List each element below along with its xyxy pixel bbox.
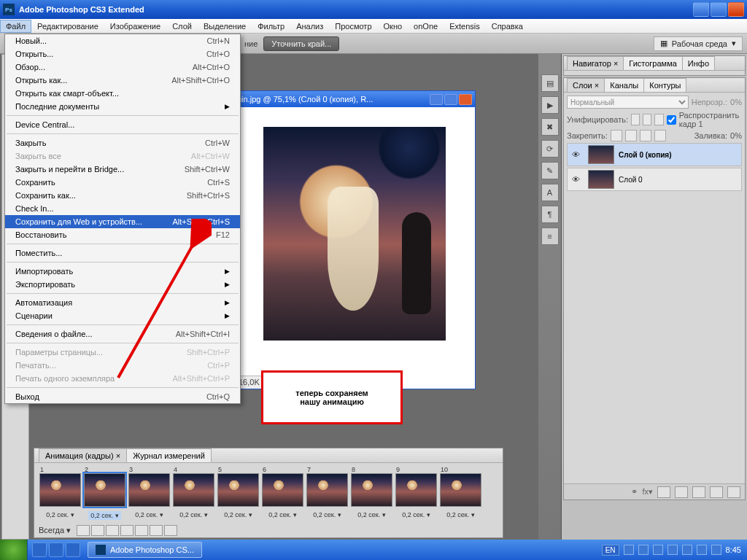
animation-frame[interactable]: 100,2 сек. ▾ <box>439 466 482 520</box>
menu-изображение[interactable]: Изображение <box>104 20 166 33</box>
unify-style-icon[interactable] <box>654 114 663 125</box>
dock-icon[interactable]: ¶ <box>541 206 559 223</box>
layer-mask-icon[interactable] <box>657 486 670 498</box>
new-frame-button[interactable] <box>150 525 163 536</box>
layer-row[interactable]: 👁Слой 0 <box>567 168 742 191</box>
tray-icon[interactable] <box>653 545 663 555</box>
animation-frame[interactable]: 70,2 сек. ▾ <box>306 466 349 520</box>
lock-pixels-icon[interactable] <box>625 130 637 141</box>
menu-фильтр[interactable]: Фильтр <box>252 20 290 33</box>
propagate-checkbox[interactable] <box>667 115 676 125</box>
delete-frame-button[interactable] <box>164 525 177 536</box>
tab-paths[interactable]: Контуры <box>643 78 686 92</box>
menu-item[interactable]: Автоматизация▶ <box>5 296 240 309</box>
menu-item[interactable]: ВыходCtrl+Q <box>5 390 240 403</box>
tray-icon[interactable] <box>638 545 649 555</box>
dock-icon[interactable]: ▶ <box>541 96 559 114</box>
dock-icon[interactable]: ≡ <box>541 228 559 245</box>
dock-icon[interactable]: ⟳ <box>541 140 559 158</box>
animation-frame[interactable]: 80,2 сек. ▾ <box>350 466 393 520</box>
blend-mode-select[interactable]: Нормальный <box>567 96 689 109</box>
menu-item[interactable]: Поместить... <box>5 246 240 260</box>
tab-layers[interactable]: Слои × <box>567 78 605 92</box>
menu-item[interactable]: Экспортировать▶ <box>5 278 240 291</box>
tray-icon[interactable] <box>682 545 692 555</box>
lock-position-icon[interactable] <box>640 130 651 141</box>
menu-анализ[interactable]: Анализ <box>290 20 329 33</box>
unify-position-icon[interactable] <box>631 114 640 125</box>
doc-close-button[interactable] <box>459 94 472 105</box>
menu-item[interactable]: Сведения о файле...Alt+Shift+Ctrl+I <box>5 327 240 341</box>
menu-item[interactable]: Последние документы▶ <box>5 100 240 113</box>
prev-frame-button[interactable] <box>91 525 104 536</box>
menu-item[interactable]: Закрыть и перейти в Bridge...Shift+Ctrl+… <box>5 163 240 176</box>
document-titlebar[interactable]: uin.jpg @ 75,1% (Слой 0 (копия), R... <box>234 91 475 107</box>
visibility-eye-icon[interactable]: 👁 <box>568 150 584 159</box>
tray-icon[interactable] <box>624 545 634 555</box>
menu-item[interactable]: ВосстановитьF12 <box>5 228 240 241</box>
menu-слой[interactable]: Слой <box>166 20 198 33</box>
menu-item[interactable]: Импортировать▶ <box>5 265 240 278</box>
menu-редактирование[interactable]: Редактирование <box>31 20 104 33</box>
visibility-eye-icon[interactable]: 👁 <box>568 175 584 184</box>
menu-item[interactable]: Новый...Ctrl+N <box>5 34 240 47</box>
menu-extensis[interactable]: Extensis <box>444 20 486 33</box>
unify-visibility-icon[interactable] <box>643 114 651 125</box>
menu-item[interactable]: Сохранить для Web и устройств...Alt+Shif… <box>5 215 240 228</box>
animation-frame[interactable]: 20,2 сек. ▾ <box>83 466 126 520</box>
lock-all-icon[interactable] <box>654 130 666 141</box>
tray-icon[interactable] <box>667 545 678 555</box>
loop-selector[interactable]: Всегда ▾ <box>39 526 71 535</box>
menu-item[interactable]: Открыть как смарт-объект... <box>5 87 240 100</box>
link-layers-icon[interactable]: ⚭ <box>631 487 638 497</box>
document-canvas[interactable] <box>244 107 465 359</box>
group-icon[interactable] <box>692 486 705 498</box>
workspace-selector[interactable]: ▦ Рабочая среда ▾ <box>654 36 743 51</box>
tween-button[interactable] <box>135 525 148 536</box>
trash-icon[interactable] <box>727 486 740 498</box>
layer-fx-icon[interactable]: fx▾ <box>642 487 653 497</box>
menu-item[interactable]: Check In... <box>5 202 240 215</box>
animation-frame[interactable]: 30,2 сек. ▾ <box>128 466 171 520</box>
opacity-value[interactable]: 0% <box>730 98 742 106</box>
animation-frame[interactable]: 60,2 сек. ▾ <box>261 466 304 520</box>
menubar[interactable]: ФайлРедактированиеИзображениеСлойВыделен… <box>0 19 747 34</box>
menu-окно[interactable]: Окно <box>378 20 409 33</box>
menu-просмотр[interactable]: Просмотр <box>329 20 377 33</box>
dock-icon[interactable]: ✎ <box>541 162 559 179</box>
menu-onone[interactable]: onOne <box>408 20 444 33</box>
dock-icon[interactable]: ▤ <box>541 74 559 92</box>
menu-item[interactable]: СохранитьCtrl+S <box>5 176 240 189</box>
tab-histogram[interactable]: Гистограмма <box>623 56 683 70</box>
menu-item[interactable]: Открыть...Ctrl+O <box>5 47 240 61</box>
menu-выделение[interactable]: Выделение <box>198 20 252 33</box>
tab-channels[interactable]: Каналы <box>604 78 644 92</box>
tab-info[interactable]: Инфо <box>682 56 715 70</box>
tab-animation[interactable]: Анимация (кадры) × <box>39 448 127 462</box>
window-maximize-button[interactable] <box>711 2 727 17</box>
menu-item[interactable]: ЗакрытьCtrl+W <box>5 136 240 149</box>
adjustment-layer-icon[interactable] <box>675 486 688 498</box>
tab-navigator[interactable]: Навигатор × <box>567 56 624 70</box>
menu-item[interactable]: Сохранить как...Shift+Ctrl+S <box>5 189 240 202</box>
animation-frame[interactable]: 50,2 сек. ▾ <box>217 466 260 520</box>
dock-icon[interactable]: ✖ <box>541 118 559 136</box>
play-button[interactable] <box>106 525 119 536</box>
next-frame-button[interactable] <box>120 525 133 536</box>
menu-файл[interactable]: Файл <box>0 20 31 33</box>
animation-frame[interactable]: 90,2 сек. ▾ <box>395 466 438 520</box>
quicklaunch-icon[interactable] <box>49 542 63 557</box>
menu-item[interactable]: Обзор...Alt+Ctrl+O <box>5 61 240 74</box>
dock-icon[interactable]: A <box>541 184 559 201</box>
menu-item[interactable]: Сценарии▶ <box>5 309 240 322</box>
quicklaunch-icon[interactable] <box>66 542 80 557</box>
window-minimize-button[interactable] <box>693 2 709 17</box>
lock-transparent-icon[interactable] <box>611 130 622 141</box>
tab-measurement-log[interactable]: Журнал измерений <box>126 448 212 462</box>
menu-справка[interactable]: Справка <box>486 20 529 33</box>
tray-icon[interactable] <box>697 545 707 555</box>
window-close-button[interactable] <box>728 2 744 17</box>
tray-icon[interactable] <box>711 545 721 555</box>
start-button[interactable] <box>0 540 28 560</box>
doc-maximize-button[interactable] <box>444 94 457 105</box>
